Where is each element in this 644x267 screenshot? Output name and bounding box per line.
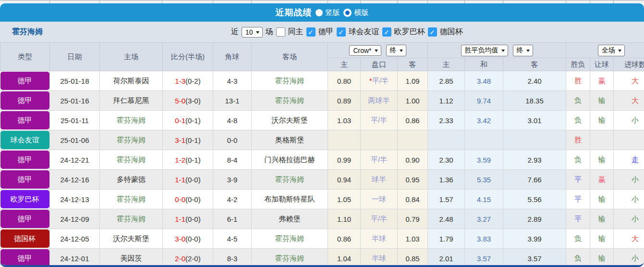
league-checkbox-bundesliga[interactable]: ✓ [306, 27, 316, 37]
team-name-link[interactable]: 霍芬海姆 [12, 27, 43, 37]
sub-header-avg-away: 客 [503, 58, 566, 71]
odds-handicap: 一球 [361, 190, 398, 209]
avg-draw: 3.57 [465, 249, 503, 267]
home-team: 沃尔夫斯堡 [100, 229, 163, 249]
half-time-score: (0-2) [185, 77, 201, 85]
result-handicap: 输 [590, 249, 614, 267]
score-cell: 5-0(3-0) [163, 91, 213, 111]
score-cell: 0-0(0-0) [163, 190, 213, 209]
layout-option-vertical[interactable]: 竖版 [316, 8, 340, 17]
handicap-text: 平/半 [371, 116, 387, 124]
league-label-dfb-pokal: 德国杯 [440, 27, 463, 37]
home-team: 多特蒙德 [100, 170, 163, 190]
panel-title: 近期战绩 [276, 7, 312, 18]
league-badge-cell: 德甲 [0, 249, 50, 267]
full-time-score: 0-0 [175, 195, 185, 203]
sub-header-outcome: 胜负 [566, 58, 590, 71]
filter-bar: 霍芬海姆 近 10 ▾ 场 同主 ✓ 德甲 ✓ 球会友谊 ✓ 欧罗巴杯 ✓ 德国… [0, 22, 644, 42]
avg-time-select[interactable]: 终 ▾ [513, 45, 533, 56]
period-select[interactable]: 全场 ▾ [598, 45, 625, 56]
result-outcome: 负 [566, 150, 590, 170]
avg-away: 3.01 [503, 111, 566, 130]
col-header-score: 比分(半场) [163, 43, 213, 71]
league-badge-cell: 球会友谊 [0, 130, 50, 150]
chevron-down-icon: ▾ [256, 29, 259, 35]
result-outcome: 胜 [566, 130, 590, 150]
odds-time-select-value: 终 [390, 46, 397, 55]
result-handicap: 输 [590, 229, 614, 249]
corner-score: 0-0 [213, 130, 252, 150]
handicap-text: 球半 [372, 175, 386, 183]
match-row: 球会友谊25-01-06霍芬海姆3-1(0-1)0-0奥格斯堡胜 [0, 130, 644, 150]
odds-home: 1.10 [328, 209, 361, 229]
avg-away: 2.93 [503, 150, 566, 170]
league-checkbox-dfb-pokal[interactable]: ✓ [428, 27, 437, 37]
result-outcome: 负 [566, 249, 590, 267]
layout-option-horizontal[interactable]: 横版 [343, 8, 369, 17]
radio-vertical-icon[interactable] [316, 9, 323, 16]
handicap-text: 两球半 [368, 96, 390, 104]
away-team: 霍芬海姆 [252, 71, 328, 91]
avg-home: 1.12 [428, 91, 465, 111]
bookmaker-select-value: Crow* [353, 47, 371, 54]
away-team: 霍芬海姆 [252, 91, 328, 111]
home-team: 荷尔斯泰因 [100, 71, 163, 91]
full-time-score: 3-1 [175, 136, 185, 144]
league-checkbox-friendly[interactable]: ✓ [337, 27, 346, 37]
match-row: 德甲24-12-21霍芬海姆1-2(0-1)8-4门兴格拉德巴赫0.99平/半0… [0, 150, 644, 170]
league-checkbox-europa[interactable]: ✓ [382, 27, 391, 37]
handicap-text: 半球 [372, 254, 386, 262]
avg-home: 2.01 [428, 249, 465, 267]
home-team: 霍芬海姆 [100, 190, 163, 209]
avg-home: 2.85 [428, 71, 465, 91]
match-date: 24-12-01 [50, 249, 100, 267]
result-handicap: 赢 [590, 71, 614, 91]
half-time-score: (0-0) [185, 235, 201, 243]
odds-handicap: 平/半 [361, 150, 398, 170]
sub-header-odds-away: 客 [398, 58, 428, 71]
avg-draw: 9.74 [465, 91, 503, 111]
same-home-checkbox[interactable] [276, 27, 285, 37]
odds-handicap: *平/半 [361, 71, 398, 91]
result-goals: 小 [614, 190, 644, 209]
handicap-text: 平/半 [371, 155, 387, 164]
handicap-text: 平/半 [372, 76, 389, 85]
avg-draw: 3.42 [465, 111, 503, 130]
odds-group-header: Crow* ▾ 终 ▾ [328, 43, 428, 58]
result-group-header: 全场 ▾ [566, 43, 644, 58]
match-row: 德甲24-12-01美因茨2-0(2-0)8-3霍芬海姆1.04半球0.852.… [0, 249, 644, 267]
avg-type-select[interactable]: 胜平负均值 ▾ [461, 45, 508, 56]
score-cell: 1-1(0-0) [163, 170, 213, 190]
avg-home: 1.79 [428, 229, 465, 249]
match-count-select[interactable]: 10 ▾ [242, 27, 263, 38]
odds-time-select[interactable]: 终 ▾ [386, 45, 406, 56]
recent-results-widget: 近期战绩 竖版 横版 霍芬海姆 近 10 ▾ 场 同主 ✓ 德甲 ✓ 球会友谊 … [0, 0, 644, 267]
match-date: 25-01-16 [50, 91, 100, 111]
result-outcome: 平 [566, 170, 590, 190]
avg-away: 3.99 [503, 229, 566, 249]
result-handicap [590, 130, 614, 150]
full-time-score: 5-0 [175, 97, 185, 105]
chevron-down-icon: ▾ [400, 48, 403, 53]
league-label-europa: 欧罗巴杯 [394, 27, 425, 37]
bookmaker-select[interactable]: Crow* ▾ [349, 45, 381, 56]
avg-draw: 4.15 [465, 190, 503, 209]
full-time-score: 1-1 [175, 215, 185, 223]
home-team: 霍芬海姆 [100, 111, 163, 130]
match-date: 24-12-21 [50, 150, 100, 170]
match-row: 欧罗巴杯24-12-13霍芬海姆0-0(0-0)4-2布加勒斯特星队1.05一球… [0, 190, 644, 209]
odds-home: 0.86 [328, 229, 361, 249]
league-badge-cell: 德国杯 [0, 229, 50, 249]
sub-header-handicap-result: 让球 [590, 58, 614, 71]
full-time-score: 0-1 [175, 116, 185, 125]
avg-away: 7.66 [503, 170, 566, 190]
odds-home: 0.99 [328, 150, 361, 170]
radio-horizontal-icon[interactable] [343, 9, 352, 17]
full-time-score: 3-0 [175, 235, 185, 243]
score-cell: 1-1(0-0) [163, 209, 213, 229]
score-cell: 2-0(2-0) [163, 249, 213, 267]
away-team: 沃尔夫斯堡 [252, 111, 328, 130]
league-badge: 德甲 [0, 210, 50, 228]
league-label-bundesliga: 德甲 [318, 27, 334, 37]
match-row: 德甲24-12-16多特蒙德1-1(0-0)3-9霍芬海姆0.94球半0.951… [0, 170, 644, 190]
